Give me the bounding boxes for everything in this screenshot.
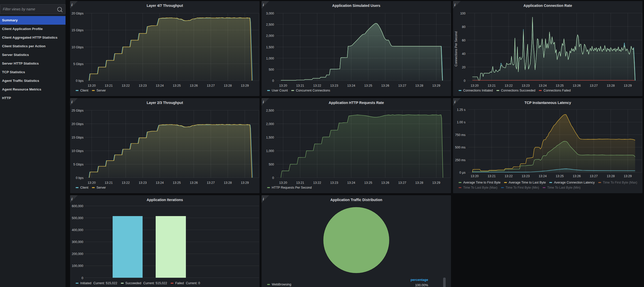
- sidebar-item-server-statistics[interactable]: Server Statistics: [0, 51, 66, 59]
- y-tick-label: 2,000: [266, 122, 274, 126]
- x-tick-label: 13:20: [88, 181, 95, 185]
- x-tick-label: 13:27: [398, 181, 406, 185]
- sidebar-item-server-http-statistics[interactable]: Server HTTP Statistics: [0, 59, 66, 68]
- sidebar-item-agent-traffic-statistics[interactable]: Agent Traffic Statistics: [0, 77, 66, 85]
- legend-item-initiated[interactable]: InitiatedCurrent: 515,022: [76, 281, 117, 286]
- legend-item-succeeded[interactable]: SucceededCurrent: 515,022: [121, 281, 167, 286]
- legend-item-http-requests-per-second[interactable]: HTTP Requests Per Second: [267, 185, 312, 190]
- pie-slice-webbrowsing[interactable]: [323, 207, 390, 273]
- legend: User CountConcurrent Connections: [267, 88, 330, 93]
- legend-item-user-count[interactable]: User Count: [267, 88, 288, 93]
- pie-table-header[interactable]: percentage: [411, 277, 428, 282]
- x-tick-label: 13:23: [330, 84, 338, 87]
- x-tick-label: 13:27: [590, 84, 598, 87]
- x-tick-label: 13:20: [88, 84, 95, 87]
- legend-value: Current: 515,022: [93, 281, 117, 286]
- legend-item-failed[interactable]: FailedCurrent: 0: [171, 281, 200, 286]
- legend-item-server[interactable]: Server: [92, 185, 106, 190]
- y-tick-label: 500,000: [72, 216, 83, 220]
- legend: ClientServer: [76, 185, 106, 190]
- legend-item-average-time-to-last-byte[interactable]: Average Time to Last Byte: [504, 180, 546, 185]
- y-tick-label: 10 Gbps: [72, 46, 84, 49]
- panel-application-simulated-users: iApplication Simulated Users05001,0001,5…: [262, 1, 451, 96]
- y-tick-label: 3,000: [266, 12, 274, 15]
- y-tick-label: 1,500: [266, 46, 274, 49]
- legend-dash: [459, 182, 461, 183]
- panel-application-connection-rate: iApplication Connection Rate020406080100…: [453, 1, 642, 96]
- legend-item-server[interactable]: Server: [92, 88, 106, 93]
- legend-label: Time To Last Byte (Min): [547, 185, 581, 190]
- legend-item-time-to-first-byte-max[interactable]: Time To First Byte (Max): [598, 180, 637, 185]
- y-tick-label: 200,000: [72, 252, 83, 256]
- sidebar-item-agent-resource-metrics[interactable]: Agent Resource Metrics: [0, 85, 66, 94]
- y-tick-label: 250 ms: [455, 158, 465, 162]
- legend-dash: [496, 90, 499, 91]
- legend: HTTP Requests Per Second: [267, 185, 312, 190]
- x-tick-label: 13:27: [207, 181, 215, 185]
- x-tick-label: 13:26: [573, 174, 581, 178]
- x-tick-label: 13:22: [313, 84, 321, 87]
- legend-item-concurrent-connections[interactable]: Concurrent Connections: [291, 88, 330, 93]
- sidebar-item-client-aggregated-http-statistics[interactable]: Client Aggregated HTTP Statistics: [0, 33, 66, 42]
- legend-label: Succeeded: [125, 281, 141, 286]
- sidebar-item-http[interactable]: HTTP: [0, 94, 66, 102]
- series-area-server: [89, 18, 252, 81]
- panel-tcp-instantaneous-latency: iTCP Instantaneous Latency0 µs250 ms500 …: [453, 98, 642, 193]
- bar-initiated: [113, 216, 143, 278]
- x-tick-label: 13:28: [607, 84, 615, 87]
- legend-item-connections-initiated[interactable]: Connections Initiated: [459, 88, 493, 93]
- bar-succeeded: [156, 216, 186, 278]
- legend-dash: [121, 283, 124, 284]
- legend-label: User Count: [272, 88, 288, 93]
- y-tick-label: 0: [464, 79, 465, 83]
- x-tick-label: 13:28: [415, 181, 423, 185]
- legend-label: Failed: [175, 281, 184, 286]
- series-area-http-requests-per-second: [281, 115, 443, 178]
- legend-dash: [291, 90, 294, 91]
- x-tick-label: 13:20: [471, 84, 478, 87]
- legend-item-time-to-last-byte-min[interactable]: Time To Last Byte (Min): [543, 185, 581, 190]
- y-tick-label: 5 Gbps: [73, 62, 84, 66]
- legend-item-client[interactable]: Client: [76, 185, 88, 190]
- legend-item-connections-failed[interactable]: Connections Failed: [539, 88, 571, 93]
- y-tick-label: 20 Gbps: [72, 122, 84, 126]
- x-tick-label: 13:26: [381, 84, 389, 87]
- y-axis-label: Connections Per Second: [454, 31, 458, 66]
- legend-item-time-to-first-byte-min[interactable]: Time To First Byte (Min): [501, 185, 539, 190]
- legend-item-average-time-to-first-byte[interactable]: Average Time to First Byte: [459, 180, 501, 185]
- chart-application-http-requests-rate: 05001,0001,5002,0002,50013:2013:2113:221…: [262, 98, 451, 193]
- x-tick-label: 13:27: [398, 84, 406, 87]
- y-tick-label: 10 Gbps: [72, 149, 84, 153]
- legend-dash: [76, 283, 78, 284]
- pie-legend-scrollbar[interactable]: [443, 278, 446, 287]
- x-tick-label: 13:29: [432, 181, 440, 185]
- y-tick-label: 2,500: [266, 23, 274, 26]
- sidebar-item-client-application-profile[interactable]: Client Application Profile: [0, 25, 66, 33]
- x-tick-label: 13:28: [224, 181, 232, 185]
- y-tick-label: 0: [272, 176, 274, 180]
- legend-item-connections-succeeded[interactable]: Connections Succeeded: [496, 88, 536, 93]
- x-tick-label: 13:28: [224, 84, 232, 87]
- x-tick-label: 13:26: [190, 84, 198, 87]
- x-tick-label: 13:29: [624, 84, 632, 87]
- x-tick-label: 13:21: [488, 174, 495, 178]
- sidebar-item-summary[interactable]: Summary: [0, 16, 66, 25]
- legend-item-time-to-last-byte-max[interactable]: Time To Last Byte (Max): [459, 185, 497, 190]
- chart-application-iterations: 0100,000200,000300,000400,000500,000600,…: [70, 195, 260, 287]
- sidebar-item-tcp-statistics[interactable]: TCP Statistics: [0, 68, 66, 77]
- pie-legend-table: percentage100.00%: [411, 277, 428, 287]
- y-tick-label: 500: [269, 68, 274, 71]
- x-tick-label: 13:24: [347, 181, 355, 185]
- sidebar-item-client-statistics-per-action[interactable]: Client Statistics per Action: [0, 42, 66, 51]
- x-tick-label: 13:20: [279, 181, 287, 185]
- legend-label: Time To Last Byte (Max): [463, 185, 497, 190]
- y-tick-label: 20 Gbps: [72, 12, 84, 15]
- pie-table-value: 100.00%: [411, 282, 428, 287]
- legend-item-webbrowsing[interactable]: WebBrowsing: [267, 282, 291, 287]
- legend: WebBrowsing: [267, 282, 291, 287]
- legend-item-client[interactable]: Client: [76, 88, 88, 93]
- views-search-box: [0, 4, 66, 14]
- legend-item-average-connection-latency[interactable]: Average Connection Latency: [549, 180, 594, 185]
- legend-label: HTTP Requests Per Second: [272, 185, 312, 190]
- views-filter-input[interactable]: [0, 5, 65, 14]
